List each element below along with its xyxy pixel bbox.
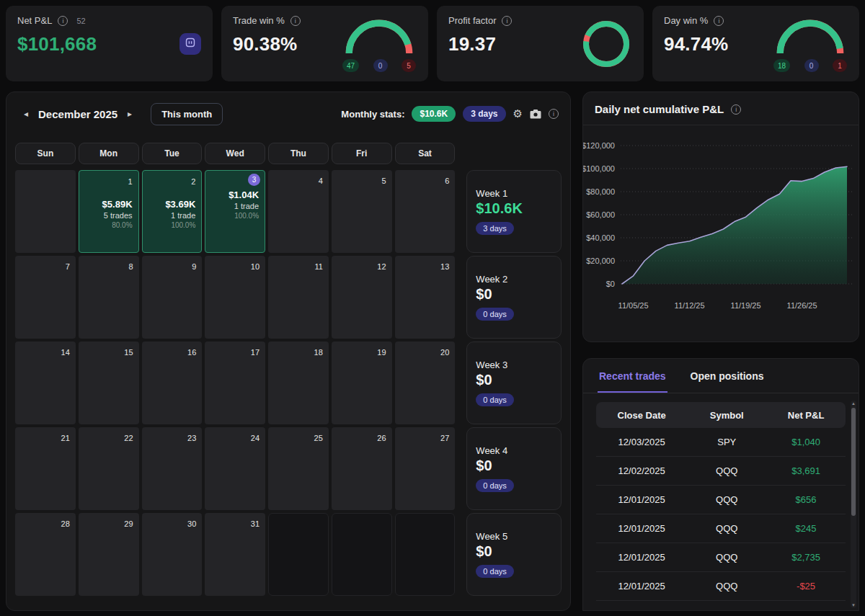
calendar-day-cell-17: 17 bbox=[205, 342, 265, 424]
calendar-day-cell bbox=[332, 513, 392, 596]
trade-symbol: SPY bbox=[687, 437, 766, 447]
calendar-day-cell-22: 22 bbox=[79, 427, 139, 510]
trade-symbol: QQQ bbox=[687, 465, 766, 476]
week-label: Week 4 bbox=[476, 445, 552, 456]
trade-net-pnl: $245 bbox=[766, 523, 846, 534]
day-number: 8 bbox=[128, 262, 133, 271]
scroll-down-icon[interactable]: ▼ bbox=[851, 603, 856, 607]
trade-row[interactable]: 12/01/2025QQQ$656 bbox=[596, 486, 846, 514]
trade-row[interactable]: 12/01/2025QQQ$2,735 bbox=[596, 543, 846, 572]
y-axis-tick: $60,000 bbox=[586, 210, 615, 219]
info-icon[interactable]: i bbox=[549, 109, 559, 119]
x-axis-tick: 11/26/25 bbox=[787, 301, 817, 310]
journal-button[interactable] bbox=[179, 33, 201, 55]
trade-win-card: Trade win % i 90.38% 47 0 5 bbox=[221, 6, 428, 81]
day-of-week-row: SunMonTueWedThuFriSat bbox=[15, 143, 455, 164]
x-axis-tick: 11/05/25 bbox=[618, 301, 649, 310]
losses-badge: 5 bbox=[402, 59, 416, 72]
calendar-day-cell-18: 18 bbox=[268, 342, 329, 424]
calendar-day-cell-5: 5 bbox=[332, 170, 392, 253]
settings-gear-icon[interactable]: ⚙ bbox=[513, 107, 523, 120]
scrollbar[interactable]: ▲ ▼ bbox=[851, 401, 856, 608]
x-axis-tick: 11/19/25 bbox=[731, 301, 761, 310]
week-pnl: $0 bbox=[476, 286, 552, 303]
day-number: 20 bbox=[440, 348, 449, 357]
info-icon[interactable]: i bbox=[731, 104, 741, 115]
trade-win-value: 90.38% bbox=[233, 33, 301, 55]
calendar-day-cell-27: 27 bbox=[395, 427, 456, 510]
day-win-label: Day win % bbox=[664, 15, 708, 26]
calendar-day-cell-4: 4 bbox=[268, 170, 329, 253]
trade-row[interactable]: 12/01/2025QQQ$245 bbox=[596, 514, 846, 543]
day-trade-count: 1 trade bbox=[148, 211, 196, 220]
monthly-days-pill: 3 days bbox=[463, 106, 505, 122]
this-month-button[interactable]: This month bbox=[151, 103, 223, 125]
calendar-day-cell-1[interactable]: 1$5.89K5 trades80.0% bbox=[79, 170, 139, 253]
trade-close-date: 12/01/2025 bbox=[596, 581, 687, 592]
day-number: 2 bbox=[191, 177, 195, 186]
info-icon[interactable]: i bbox=[714, 16, 724, 26]
scrollbar-thumb[interactable] bbox=[851, 408, 856, 516]
y-axis-tick: $120,000 bbox=[583, 141, 615, 150]
info-icon[interactable]: i bbox=[290, 16, 301, 26]
trades-panel: Recent trades Open positions Close Date … bbox=[582, 358, 859, 611]
calendar-day-cell-6: 6 bbox=[395, 170, 456, 253]
calendar-day-cell-12: 12 bbox=[332, 256, 392, 339]
wins-badge: 18 bbox=[773, 59, 790, 72]
calendar-day-cell-23: 23 bbox=[142, 427, 203, 510]
week-days-pill: 0 days bbox=[476, 308, 513, 321]
trade-row[interactable]: 12/01/2025QQQ-$25 bbox=[596, 572, 846, 601]
net-pnl-card: Net P&L i 52 $101,668 bbox=[6, 6, 213, 81]
day-win-pct: 80.0% bbox=[85, 221, 133, 229]
trade-net-pnl: -$25 bbox=[766, 581, 846, 592]
info-icon[interactable]: i bbox=[58, 16, 68, 26]
calendar-day-cell-29: 29 bbox=[79, 513, 139, 596]
week-card-2: Week 2$00 days bbox=[466, 256, 562, 339]
day-trade-count: 1 trade bbox=[211, 202, 259, 210]
trade-close-date: 12/01/2025 bbox=[596, 523, 687, 534]
trade-symbol: QQQ bbox=[687, 523, 766, 534]
tab-recent-trades[interactable]: Recent trades bbox=[598, 359, 667, 393]
trade-symbol: QQQ bbox=[687, 552, 766, 563]
trades-tabs: Recent trades Open positions bbox=[583, 359, 859, 393]
calendar-day-cell-9: 9 bbox=[142, 256, 203, 339]
calendar-grid: 1$5.89K5 trades80.0%2$3.69K1 trade100.0%… bbox=[15, 170, 455, 596]
calendar-day-cell-19: 19 bbox=[332, 342, 392, 424]
calendar-day-cell-13: 13 bbox=[395, 256, 456, 339]
camera-icon[interactable] bbox=[530, 109, 541, 119]
stats-row: Net P&L i 52 $101,668 Trade win % i 90.3… bbox=[0, 0, 865, 81]
trade-close-date: 12/01/2025 bbox=[596, 552, 687, 563]
info-icon[interactable]: i bbox=[502, 16, 512, 26]
calendar-day-cell-30: 30 bbox=[142, 513, 203, 596]
day-number: 25 bbox=[314, 434, 323, 442]
next-month-button[interactable]: ▸ bbox=[122, 106, 138, 122]
trade-symbol: QQQ bbox=[687, 581, 766, 592]
trade-close-date: 12/02/2025 bbox=[596, 465, 687, 476]
calendar-day-cell-3[interactable]: 3$1.04K1 trade100.0% bbox=[205, 170, 265, 253]
calendar-day-cell-24: 24 bbox=[205, 427, 265, 510]
calendar-day-cell-20: 20 bbox=[395, 342, 456, 424]
day-number: 9 bbox=[192, 262, 196, 271]
journal-icon bbox=[185, 37, 196, 50]
calendar-day-cell-26: 26 bbox=[332, 427, 392, 510]
trade-win-gauge: 47 0 5 bbox=[342, 15, 417, 72]
tab-open-positions[interactable]: Open positions bbox=[689, 359, 766, 393]
day-number: 10 bbox=[251, 262, 260, 271]
y-axis-tick: $0 bbox=[606, 280, 615, 288]
day-pnl: $1.04K bbox=[211, 189, 259, 200]
week-days-pill: 3 days bbox=[476, 222, 513, 235]
day-pnl: $3.69K bbox=[148, 199, 196, 210]
trades-table-header: Close Date Symbol Net P&L bbox=[596, 402, 846, 428]
day-number: 16 bbox=[187, 348, 196, 357]
prev-month-button[interactable]: ◂ bbox=[18, 106, 34, 122]
calendar-day-cell-2[interactable]: 2$3.69K1 trade100.0% bbox=[142, 170, 203, 253]
week-card-5: Week 5$00 days bbox=[466, 513, 562, 596]
calendar-day-cell-28: 28 bbox=[15, 513, 76, 596]
day-number: 1 bbox=[128, 177, 132, 186]
trade-row[interactable]: 12/02/2025QQQ$3,691 bbox=[596, 457, 846, 486]
col-net-pnl: Net P&L bbox=[766, 410, 846, 421]
day-header-mon: Mon bbox=[79, 143, 139, 164]
trade-row[interactable]: 12/03/2025SPY$1,040 bbox=[596, 428, 846, 457]
day-number: 13 bbox=[440, 262, 449, 271]
scroll-up-icon[interactable]: ▲ bbox=[851, 401, 856, 406]
